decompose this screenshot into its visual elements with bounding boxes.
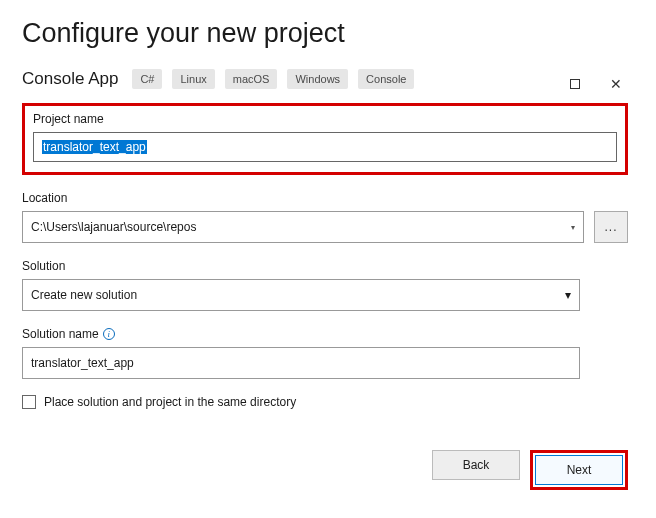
window-controls: ✕: [570, 77, 622, 91]
tag-linux: Linux: [172, 69, 214, 89]
wizard-buttons: Back Next: [432, 450, 628, 490]
solution-name-label: Solution name i: [22, 327, 634, 341]
info-icon[interactable]: i: [103, 328, 115, 340]
chevron-down-icon: ▾: [571, 223, 575, 232]
close-icon[interactable]: ✕: [610, 77, 622, 91]
same-directory-label: Place solution and project in the same d…: [44, 395, 296, 409]
location-dropdown[interactable]: C:\Users\lajanuar\source\repos ▾: [22, 211, 584, 243]
next-button[interactable]: Next: [535, 455, 623, 485]
chevron-down-icon: ▾: [565, 288, 571, 302]
project-name-section: Project name translator_text_app: [22, 103, 628, 175]
solution-label: Solution: [22, 259, 634, 273]
back-button[interactable]: Back: [432, 450, 520, 480]
project-name-label: Project name: [33, 112, 617, 126]
location-value: C:\Users\lajanuar\source\repos: [31, 220, 196, 234]
solution-section: Solution Create new solution ▾: [22, 259, 634, 311]
same-directory-row: Place solution and project in the same d…: [22, 395, 634, 409]
template-name: Console App: [22, 69, 118, 89]
browse-button[interactable]: ...: [594, 211, 628, 243]
solution-name-section: Solution name i translator_text_app: [22, 327, 634, 379]
tag-windows: Windows: [287, 69, 348, 89]
solution-name-input[interactable]: translator_text_app: [22, 347, 580, 379]
next-button-highlight: Next: [530, 450, 628, 490]
tag-console: Console: [358, 69, 414, 89]
project-name-input[interactable]: translator_text_app: [33, 132, 617, 162]
maximize-icon[interactable]: [570, 79, 580, 89]
location-label: Location: [22, 191, 628, 205]
solution-value: Create new solution: [31, 288, 137, 302]
page-title: Configure your new project: [22, 18, 634, 49]
location-section: Location C:\Users\lajanuar\source\repos …: [22, 191, 628, 243]
solution-dropdown[interactable]: Create new solution ▾: [22, 279, 580, 311]
same-directory-checkbox[interactable]: [22, 395, 36, 409]
subtitle-row: Console App C# Linux macOS Windows Conso…: [22, 69, 634, 89]
tag-macos: macOS: [225, 69, 278, 89]
tag-csharp: C#: [132, 69, 162, 89]
